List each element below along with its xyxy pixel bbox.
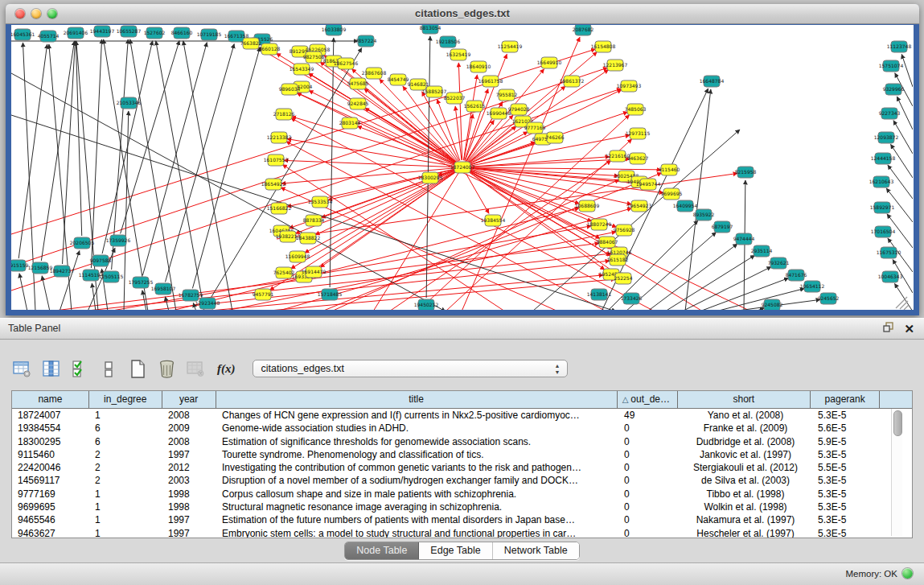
graph-node[interactable]: 19218506 [436, 36, 461, 47]
graph-node[interactable]: 3915159 [11, 260, 29, 271]
graph-node[interactable]: 9699695 [661, 188, 683, 200]
table-cell[interactable]: Jankovic et al. (1997) [679, 448, 812, 461]
table-cell[interactable]: Corpus callosum shape and size in male p… [216, 488, 618, 501]
graph-node[interactable]: 9777169 [524, 122, 546, 134]
table-row[interactable]: 2242004622012Investigating the contribut… [12, 461, 912, 474]
network-canvas[interactable]: 1604536140557142069140619443197106552871… [11, 25, 914, 310]
table-settings-icon[interactable] [11, 358, 33, 380]
table-cell[interactable]: 5.3E-5 [812, 527, 881, 538]
table-cell[interactable]: Investigating the contribution of common… [216, 461, 618, 474]
new-table-icon[interactable] [127, 358, 149, 380]
graph-node[interactable]: 9245082 [762, 299, 783, 310]
graph-node[interactable]: 9463627 [627, 153, 649, 164]
graph-node[interactable]: 4055714 [38, 31, 60, 42]
table-cell[interactable]: Embryonic stem cells: a model to study s… [216, 527, 618, 538]
table-cell[interactable]: Estimation of the future numbers of pati… [216, 513, 618, 526]
graph-node[interactable]: 9227343 [879, 108, 901, 119]
table-row[interactable]: 946554611997Estimation of the future num… [12, 513, 912, 526]
graph-node[interactable]: 16045361 [11, 29, 35, 40]
memory-status-icon[interactable] [902, 568, 913, 579]
table-cell[interactable]: 49 [618, 409, 679, 422]
table-cell[interactable]: 14569117 [12, 474, 89, 487]
table-cell[interactable]: Estimation of significance thresholds fo… [216, 435, 618, 448]
column-header-in_degree[interactable]: in_degree [89, 391, 162, 408]
graph-node[interactable]: 10719185 [197, 29, 222, 40]
graph-node[interactable]: 18942737 [50, 266, 75, 277]
graph-node[interactable]: 8471676 [786, 270, 807, 281]
table-cell[interactable]: 9115460 [12, 448, 89, 461]
graph-node[interactable]: 8935922 [693, 209, 715, 220]
graph-node[interactable]: 16325419 [446, 49, 471, 60]
table-cell[interactable]: 0 [618, 527, 679, 538]
column-header-pagerank[interactable]: pagerank [811, 391, 880, 408]
graph-node[interactable]: 16543349 [290, 64, 314, 75]
graph-node[interactable]: 8660128 [259, 43, 281, 55]
graph-node[interactable]: 16033809 [322, 25, 347, 35]
float-panel-icon[interactable] [882, 321, 894, 336]
table-cell[interactable]: 1998 [162, 488, 216, 501]
table-row[interactable]: 1830029562008Estimation of significance … [12, 435, 912, 448]
graph-node[interactable]: 7485063 [625, 104, 647, 115]
table-cell[interactable]: Disruption of a novel member of a sodium… [216, 474, 618, 487]
table-cell[interactable]: 1 [89, 488, 162, 501]
column-header-short[interactable]: short [678, 391, 811, 408]
table-row[interactable]: 1938455462009Genome-wide association stu… [12, 422, 912, 435]
graph-node[interactable]: 9097588 [90, 255, 112, 266]
table-cell[interactable]: 9777169 [12, 488, 89, 501]
graph-node[interactable]: 9794028 [508, 104, 530, 115]
table-cell[interactable]: 0 [618, 501, 679, 513]
graph-node[interactable]: 9884067 [597, 237, 618, 248]
network-graph[interactable]: 1604536140557142069140619443197106552871… [11, 25, 913, 310]
graph-node[interactable]: 8215958 [735, 167, 757, 178]
table-cell[interactable]: 5.3E-5 [812, 501, 881, 513]
function-builder-icon[interactable]: f(x) [217, 362, 236, 376]
graph-node[interactable]: 7955812 [496, 89, 518, 101]
table-cell[interactable]: 0 [618, 422, 679, 435]
table-cell[interactable]: 5.3E-5 [812, 448, 881, 461]
tab-edge-table[interactable]: Edge Table [419, 542, 492, 559]
table-cell[interactable]: 1 [89, 513, 162, 526]
table-cell[interactable]: 1 [89, 501, 162, 513]
table-cell[interactable]: 9463627 [12, 527, 89, 538]
graph-node[interactable]: 11675310 [877, 247, 901, 258]
table-cell[interactable]: Changes of HCN gene expression and I(f) … [216, 409, 618, 422]
graph-node[interactable]: 23867608 [362, 68, 387, 79]
graph-node[interactable]: 15892971 [870, 202, 895, 213]
table-cell[interactable]: 2 [89, 448, 162, 461]
graph-node[interactable]: 12213383 [267, 132, 292, 143]
table-cell[interactable]: 9465546 [12, 513, 89, 526]
graph-node[interactable]: 8522037 [444, 93, 466, 104]
tab-node-table[interactable]: Node Table [345, 542, 419, 559]
table-cell[interactable]: 1 [89, 409, 162, 422]
graph-node[interactable]: 10688609 [575, 200, 600, 212]
graph-node[interactable]: 8454749 [388, 74, 409, 85]
table-cell[interactable]: Wolkin et al. (1998) [679, 501, 812, 513]
table-cell[interactable]: 0 [618, 435, 679, 448]
graph-node[interactable]: 11254419 [498, 41, 523, 52]
table-cell[interactable]: Nakamura et al. (1997) [679, 513, 812, 526]
graph-node[interactable]: 9329966 [883, 84, 905, 95]
table-cell[interactable]: Franke et al. (2009) [679, 422, 812, 435]
table-cell[interactable]: 1998 [162, 501, 216, 513]
table-cell[interactable]: 18300295 [12, 435, 89, 448]
table-cell[interactable]: Genome-wide association studies in ADHD. [216, 422, 618, 435]
graph-node[interactable]: 18640910 [466, 61, 491, 72]
graph-node[interactable]: 6879197 [712, 221, 733, 233]
table-cell[interactable]: 9699695 [12, 501, 89, 513]
graph-node[interactable]: 9896034 [279, 84, 301, 95]
table-cell[interactable]: 1 [89, 527, 162, 538]
window-titlebar[interactable]: citations_edges.txt [6, 4, 919, 24]
graph-node[interactable]: 16648784 [700, 76, 725, 87]
graph-node[interactable]: 16107553 [264, 154, 289, 166]
graph-node[interactable]: 252254 [614, 273, 633, 284]
graph-node[interactable]: 16210643 [869, 176, 894, 187]
select-column-icon[interactable] [40, 358, 62, 380]
table-selector-dropdown[interactable]: citations_edges.txt ▲▼ [253, 360, 568, 377]
table-cell[interactable]: 5.3E-5 [812, 474, 881, 487]
column-header-out_de[interactable]: △out_de… [618, 391, 678, 408]
graph-node[interactable]: 11123748 [887, 41, 912, 52]
graph-node[interactable]: 12213967 [603, 60, 628, 71]
graph-node[interactable]: 7932621 [768, 257, 790, 269]
delete-icon[interactable] [156, 358, 178, 380]
graph-node[interactable]: 13533534 [308, 196, 333, 208]
